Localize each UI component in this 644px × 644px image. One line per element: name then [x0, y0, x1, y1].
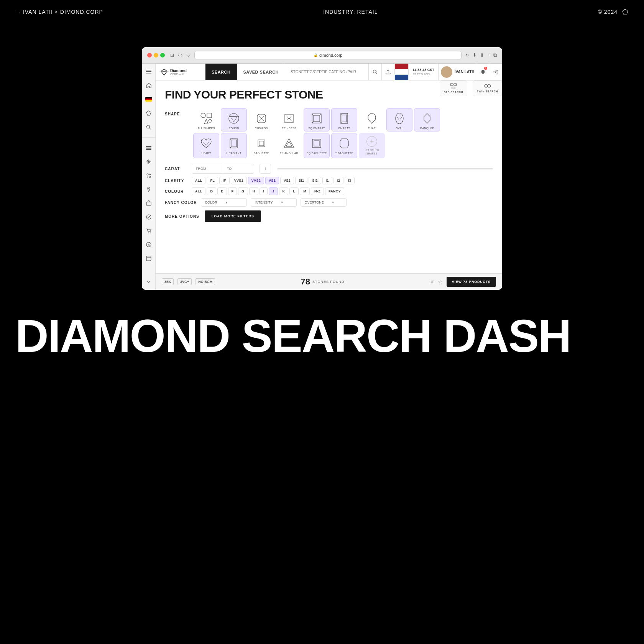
clarity-option-if[interactable]: IF — [219, 177, 230, 184]
twin-icon — [484, 83, 491, 89]
clarity-option-all[interactable]: ALL — [192, 177, 205, 184]
shape-item-sq-emarat[interactable]: SQ EMARAT — [304, 108, 330, 131]
sidebar-dollar-icon[interactable]: $ — [145, 240, 153, 249]
clarity-option-i2[interactable]: I2 — [334, 177, 343, 184]
colour-option-all[interactable]: ALL — [192, 187, 205, 195]
shape-item-manqube[interactable]: MANQUBE — [414, 108, 440, 131]
clarity-option-vs2[interactable]: VS2 — [280, 177, 294, 184]
sidebar-flag-icon[interactable] — [145, 95, 153, 104]
colour-option-g[interactable]: G — [238, 187, 248, 195]
refresh-icon[interactable]: ↻ — [465, 53, 469, 58]
shape-item-triangular[interactable]: TRIANGULAR — [276, 133, 302, 158]
carat-to-input[interactable] — [223, 165, 254, 172]
clarity-option-i1[interactable]: I1 — [322, 177, 332, 184]
stone-search-input[interactable] — [285, 64, 369, 80]
tab-saved-search[interactable]: SAVED SEARCH — [237, 64, 285, 80]
view-products-button[interactable]: VIEW 78 PRODUCTS — [447, 277, 496, 287]
colour-option-d[interactable]: D — [207, 187, 216, 195]
fancy-intensity-select[interactable]: INTENSITY ▼ — [251, 198, 297, 207]
sidebar-bag-icon[interactable] — [145, 199, 153, 207]
shape-item-princess[interactable]: PRINCESS — [276, 108, 302, 131]
clarity-option-si1[interactable]: SI1 — [295, 177, 307, 184]
colour-option-fancy[interactable]: FANCY — [325, 187, 344, 195]
twin-search-card[interactable]: TWIN SEARCH — [473, 80, 502, 96]
logo-text: Diamond CORP — ® — [170, 69, 187, 76]
sidebar-cart-icon[interactable] — [145, 227, 153, 235]
shape-item-round[interactable]: ROUND — [221, 108, 247, 131]
address-bar[interactable]: 🔒 dimond.corp — [194, 51, 462, 59]
shape-item-heart[interactable]: HEART — [193, 133, 219, 158]
shape-item-l-radiant[interactable]: L RADIANT — [221, 133, 247, 158]
sidebar-stars-icon[interactable] — [145, 171, 153, 180]
fancy-color-select[interactable]: COLOR ▼ — [201, 198, 247, 207]
clarity-option-fl[interactable]: FL — [207, 177, 218, 184]
bottom-star-icon[interactable]: ☆ — [438, 279, 443, 285]
shape-item-sq-baguette[interactable]: SQ BAGUETTE — [304, 133, 330, 158]
load-more-filters-button[interactable]: LOAD MORE FILTERS — [205, 210, 261, 222]
colour-option-l[interactable]: L — [289, 187, 299, 195]
plus-tab-icon[interactable]: + — [487, 52, 490, 58]
b2b-search-card[interactable]: B2B SEARCH — [440, 80, 468, 96]
sidebar-menu-icon[interactable] — [145, 67, 153, 76]
sidebar-pin-icon[interactable] — [145, 185, 153, 194]
tag-nobgm[interactable]: NO BGM — [196, 278, 215, 285]
colour-option-m[interactable]: M — [300, 187, 310, 195]
tabs-icon[interactable]: ⧉ — [493, 52, 497, 58]
colour-option-n-z[interactable]: N-Z — [311, 187, 324, 195]
shape-item-oval[interactable]: OVAL — [386, 108, 412, 131]
shape-item-more[interactable]: + +15 OTHERSHAPES — [359, 133, 385, 158]
dot-green[interactable] — [160, 53, 165, 58]
sidebar-home-icon[interactable] — [145, 81, 153, 90]
shape-item-cushion[interactable]: CUSHION — [248, 108, 274, 131]
clarity-option-vvs2[interactable]: VVS2 — [248, 177, 264, 184]
clarity-option-i3[interactable]: I3 — [345, 177, 355, 184]
sidebar-chevron-down-icon[interactable] — [145, 278, 153, 286]
carat-from-input[interactable] — [192, 165, 223, 172]
fancy-intensity-arrow: ▼ — [281, 201, 284, 204]
browser-nav[interactable]: ‹ › — [178, 53, 182, 58]
colour-option-h[interactable]: H — [249, 187, 259, 195]
nav-search-icon[interactable] — [369, 64, 382, 80]
shape-item-t-baguette[interactable]: T BAGUETTE — [331, 133, 357, 158]
tag-3vg[interactable]: 3VG+ — [177, 278, 192, 285]
sidebar-layers-icon[interactable] — [145, 144, 153, 152]
forward-icon[interactable]: › — [181, 53, 182, 58]
colour-option-j[interactable]: J — [269, 187, 278, 195]
main-content: B2B SEARCH TWIN SEARCH FIND YOUR PERFECT… — [156, 80, 502, 273]
clarity-option-vs1[interactable]: VS1 — [265, 177, 279, 184]
svg-text:$: $ — [148, 243, 150, 247]
sidebar-box-icon[interactable] — [145, 254, 153, 263]
colour-option-f[interactable]: F — [228, 187, 237, 195]
shape-item-puar[interactable]: PUAR — [359, 108, 385, 131]
nav-upload-icon[interactable] — [382, 64, 395, 80]
nav-logout-icon[interactable] — [489, 64, 502, 80]
nav-bell-icon[interactable]: 1 — [477, 64, 489, 80]
download-icon[interactable]: ⬇ — [473, 52, 477, 58]
shape-item-emarat[interactable]: EMARAT — [331, 108, 357, 131]
bottom-close-icon[interactable]: ✕ — [430, 279, 434, 284]
dot-red[interactable] — [147, 53, 152, 58]
colour-option-i[interactable]: I — [260, 187, 268, 195]
fancy-overtone-select[interactable]: OVERTONE ▼ — [301, 198, 347, 207]
colour-option-k[interactable]: K — [279, 187, 289, 195]
fancy-intensity-value: INTENSITY — [255, 200, 273, 204]
square-icon[interactable]: ⊡ — [170, 53, 174, 58]
back-icon[interactable]: ‹ — [178, 53, 179, 58]
sidebar-diamond-icon[interactable] — [145, 109, 153, 117]
colour-option-e[interactable]: E — [217, 187, 227, 195]
dot-yellow[interactable] — [154, 53, 158, 58]
sidebar-search-icon[interactable] — [145, 123, 153, 131]
clarity-option-si2[interactable]: SI2 — [309, 177, 321, 184]
tab-search[interactable]: SEARCH — [205, 64, 237, 80]
l-radiant-icon — [227, 136, 241, 150]
sidebar-check-icon[interactable] — [145, 213, 153, 221]
shape-item-all[interactable]: ALL SHAPES — [193, 108, 219, 131]
svg-rect-40 — [314, 115, 320, 122]
tag-3ex[interactable]: 3EX — [162, 278, 174, 285]
shape-item-baguette[interactable]: BAGUETTE — [248, 133, 274, 158]
sidebar-sparkle-icon[interactable] — [145, 158, 153, 166]
clarity-option-vvs1[interactable]: VVS1 — [231, 177, 247, 184]
clarity-options: ALLFLIFVVS1VVS2VS1VS2SI1SI2I1I2I3 — [192, 177, 355, 184]
share-icon[interactable]: ⬆ — [480, 52, 484, 58]
carat-add-button[interactable]: + — [260, 164, 271, 174]
